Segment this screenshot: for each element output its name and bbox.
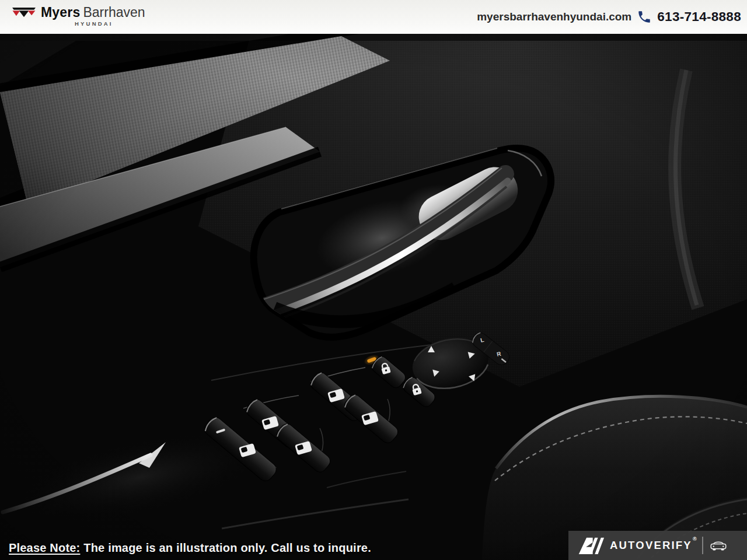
dealer-header-bar: MyersBarrhaven HYUNDAI myersbarrhavenhyu… (0, 0, 747, 34)
dealer-name-barrhaven: Barrhaven (83, 5, 145, 20)
dealer-name-myers: Myers (41, 5, 80, 20)
dealer-website: myersbarrhavenhyundai.com (477, 10, 631, 23)
vehicle-door-panel-photo: L R (0, 34, 747, 560)
car-front-icon (710, 540, 727, 552)
autoverify-bar: AUTOVERIFY® (568, 531, 747, 560)
disclaimer-label: Please Note: (9, 541, 80, 554)
dealer-phone-number: 613-714-8888 (657, 9, 741, 24)
autoverify-brand: AUTOVERIFY® (610, 539, 697, 552)
divider (702, 537, 703, 554)
autoverify-logo-icon (578, 536, 605, 555)
dealer-brand-hyundai: HYUNDAI (75, 21, 145, 27)
dealer-listing-image: { "header": { "dealer": { "name_bold": "… (0, 0, 747, 560)
dealer-logo: MyersBarrhaven HYUNDAI (12, 6, 145, 27)
myers-triangles-logo-icon (12, 8, 36, 19)
disclaimer-note: Please Note: The image is an illustratio… (9, 541, 371, 555)
registered-trademark: ® (693, 536, 697, 542)
dealer-contact: myersbarrhavenhyundai.com 613-714-8888 (477, 0, 741, 34)
dealer-name: MyersBarrhaven (41, 6, 145, 19)
disclaimer-text: The image is an illustration only. Call … (83, 541, 371, 554)
phone-icon (637, 9, 652, 24)
door-panel-scene: L R (0, 34, 747, 560)
vignette (0, 34, 747, 560)
